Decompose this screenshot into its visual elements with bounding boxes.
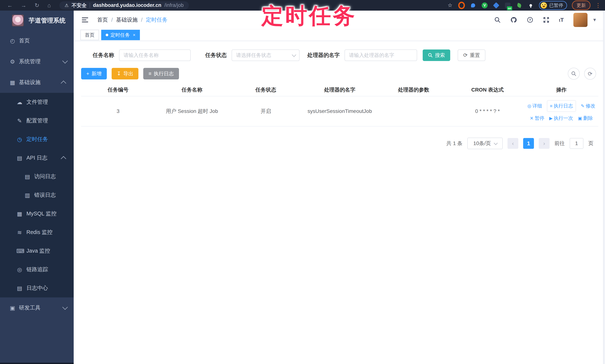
address-divider <box>90 3 90 8</box>
action-exec-log[interactable]: ≡ 执行日志 <box>547 100 576 112</box>
tab-close-icon[interactable]: × <box>133 32 135 38</box>
pagination: 共 1 条 10条/页 ‹ 1 › 前往 页 <box>74 138 593 149</box>
goto-page-input[interactable] <box>570 138 583 149</box>
goto-label: 前往 <box>554 140 565 147</box>
extension-drop-icon[interactable] <box>470 2 476 9</box>
ring-shape <box>458 2 465 9</box>
cloud-icon: ☁ <box>16 99 23 105</box>
col-job-status: 任务状态 <box>229 84 303 96</box>
sidebar-item-config-manage[interactable]: ✎ 配置管理 <box>0 111 74 130</box>
sidebar-item-dev-tools[interactable]: ▣ 研发工具 <box>0 298 74 318</box>
export-button-label: 导出 <box>123 70 133 77</box>
sidebar-item-java-monitor[interactable]: ⌨ Java 监控 <box>0 242 74 260</box>
profile-emoji-avatar <box>541 2 547 9</box>
table-row: 3 用户 Session 超时 Job 开启 sysUserSessionTim… <box>81 96 598 126</box>
task-status-placeholder: 请选择任务状态 <box>236 52 271 59</box>
sidebar-item-access-log[interactable]: ▤ 访问日志 <box>0 167 74 186</box>
pencil-icon: ✎ <box>581 103 585 110</box>
sidebar-item-infra[interactable]: ▦ 基础设施 <box>0 72 74 93</box>
refresh-button[interactable]: ⟳ <box>584 68 596 80</box>
browser-home-icon[interactable]: ⌂ <box>47 2 51 9</box>
sidebar-item-mysql-monitor[interactable]: ▦ MySQL 监控 <box>0 204 74 223</box>
cube-shape <box>493 2 499 9</box>
dashboard-icon: ◴ <box>9 38 16 44</box>
exec-log-button[interactable]: ≡ 执行日志 <box>143 68 179 79</box>
sidebar-item-file-manage[interactable]: ☁ 文件管理 <box>0 93 74 111</box>
handler-name-label: 处理器的名字 <box>307 52 340 59</box>
action-detail[interactable]: ◎ 详细 <box>527 102 542 110</box>
handler-name-input[interactable] <box>344 50 417 61</box>
prev-page-button[interactable]: ‹ <box>508 138 518 149</box>
sidebar-item-error-log[interactable]: ▥ 错误日志 <box>0 186 74 204</box>
table-toolbar: + 新增 ↧ 导出 ≡ 执行日志 ⟳ <box>81 68 596 80</box>
task-name-input[interactable] <box>119 50 191 61</box>
sidebar: 芋道管理系统 ◴ 首页 ⚙ 系统管理 ▦ 基础设施 ☁ 文件管理 ✎ 配置管理 <box>0 11 74 364</box>
sidebar-item-redis-monitor[interactable]: ≋ Redis 监控 <box>0 223 74 242</box>
export-button[interactable]: ↧ 导出 <box>112 68 139 79</box>
cell-cron: 0 * * * * ? * <box>451 96 525 126</box>
reset-button[interactable]: ⟳ 重置 <box>458 50 485 61</box>
leaf-shape <box>517 3 522 8</box>
task-status-select[interactable]: 请选择任务状态 <box>232 50 300 61</box>
action-label: 执行一次 <box>554 114 573 122</box>
app-logo-row[interactable]: 芋道管理系统 <box>0 11 74 30</box>
action-run-once[interactable]: ▶ 执行一次 <box>549 114 573 122</box>
page-1-button[interactable]: 1 <box>523 138 534 149</box>
sidebar-fold-icon[interactable] <box>82 17 88 22</box>
action-pause[interactable]: ✕ 暂停 <box>530 114 544 122</box>
extension-green-check-icon[interactable]: V <box>481 2 488 9</box>
gear-icon: ⚙ <box>9 58 16 65</box>
action-edit[interactable]: ✎ 修改 <box>581 102 595 110</box>
avatar-caret-icon[interactable]: ▼ <box>592 17 597 23</box>
pin-icon[interactable] <box>527 2 534 9</box>
page-label: 页 <box>588 140 593 147</box>
action-delete[interactable]: ▣ 删除 <box>578 114 593 122</box>
cell-job-id: 3 <box>81 96 155 126</box>
bookmark-star-icon[interactable]: ☆ <box>447 2 453 9</box>
extension-dark-icon[interactable]: on <box>504 2 511 9</box>
address-bar[interactable]: ⚠ 不安全 dashboard.yudao.iocoder.cn /infra/… <box>59 1 189 10</box>
sidebar-item-system[interactable]: ⚙ 系统管理 <box>0 51 74 72</box>
page-scrollbar[interactable] <box>603 11 605 364</box>
github-icon[interactable] <box>510 16 517 23</box>
extension-on-badge: on <box>507 6 512 10</box>
browser-forward-icon[interactable]: → <box>21 2 26 9</box>
sidebar-item-log-center[interactable]: ▤ 日志中心 <box>0 279 74 298</box>
next-page-button[interactable]: › <box>539 138 550 149</box>
breadcrumb-home[interactable]: 首页 <box>97 16 108 24</box>
url-path: /infra/job <box>164 2 184 8</box>
tab-scheduled-jobs[interactable]: 定时任务 × <box>101 30 140 40</box>
chevron-up-icon <box>61 156 66 161</box>
action-label: 执行日志 <box>554 102 573 110</box>
user-avatar[interactable] <box>573 13 588 27</box>
search-button[interactable]: 搜索 <box>423 50 450 61</box>
extension-ring-icon[interactable] <box>458 2 465 9</box>
download-icon: ↧ <box>117 71 121 77</box>
sidebar-item-scheduled-jobs[interactable]: ◷ 定时任务 <box>0 130 74 149</box>
browser-menu-icon[interactable]: ⋮ <box>595 2 601 9</box>
help-icon[interactable]: ? <box>527 16 533 23</box>
sidebar-item-api-log[interactable]: ▤ API 日志 <box>0 149 74 167</box>
log-icon: ▤ <box>16 285 23 291</box>
tab-label: 定时任务 <box>110 32 130 38</box>
breadcrumb-infra[interactable]: 基础设施 <box>116 16 138 24</box>
refresh-icon: ⟳ <box>588 70 592 77</box>
pencil-icon: ✎ <box>16 117 23 124</box>
extension-leaf-icon[interactable] <box>516 2 523 9</box>
url-host: dashboard.yudao.iocoder.cn <box>93 2 161 8</box>
extension-cube-icon[interactable] <box>493 2 500 9</box>
fullscreen-icon[interactable] <box>543 17 549 23</box>
page-size-select[interactable]: 10条/页 <box>467 138 503 149</box>
cell-job-name: 用户 Session 超时 Job <box>155 96 229 126</box>
font-size-icon[interactable]: tT <box>559 17 564 23</box>
sidebar-item-trace[interactable]: ◎ 链路追踪 <box>0 260 74 279</box>
profile-paused-pill[interactable]: 已暂停 <box>539 1 567 10</box>
search-icon[interactable] <box>494 17 501 23</box>
browser-reload-icon[interactable]: ↻ <box>35 2 39 9</box>
add-button[interactable]: + 新增 <box>81 68 107 79</box>
toggle-search-button[interactable] <box>568 68 580 80</box>
tab-home[interactable]: 首页 <box>80 30 99 40</box>
browser-update-button[interactable]: 更新 <box>572 0 591 10</box>
browser-back-icon[interactable]: ← <box>7 2 13 9</box>
sidebar-item-home[interactable]: ◴ 首页 <box>0 30 74 51</box>
